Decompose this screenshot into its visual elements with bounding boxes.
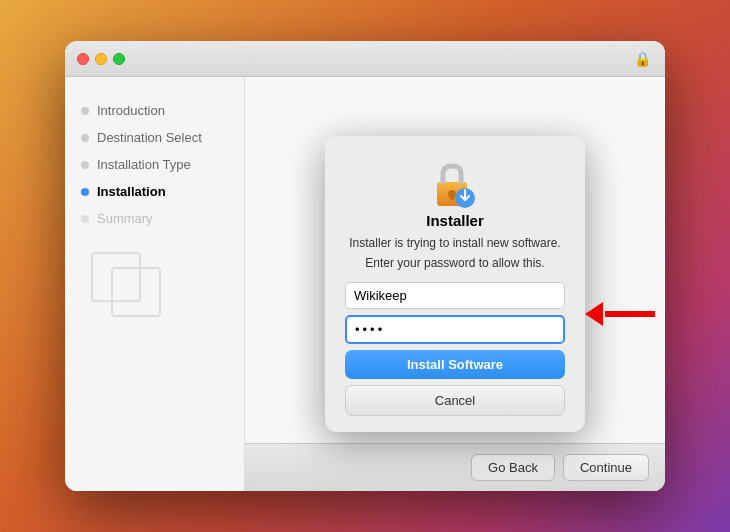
sidebar-item-installation-type: Installation Type: [65, 151, 244, 178]
minimize-button[interactable]: [95, 53, 107, 65]
username-input[interactable]: [345, 282, 565, 309]
deco-box-2: [111, 267, 161, 317]
password-input[interactable]: [345, 315, 565, 344]
arrow-head: [585, 302, 603, 326]
dot-summary: [81, 215, 89, 223]
sidebar-item-destination-select: Destination Select: [65, 124, 244, 151]
mac-window: 🔒 Introduction Destination Select Instal…: [65, 41, 665, 491]
dialog-subdescription: Enter your password to allow this.: [365, 256, 544, 270]
sidebar: Introduction Destination Select Installa…: [65, 77, 245, 491]
arrow-line: [605, 311, 655, 317]
sidebar-decoration: [81, 252, 228, 332]
svg-rect-3: [450, 194, 454, 200]
traffic-lights: [77, 53, 125, 65]
dialog-title: Installer: [426, 212, 484, 229]
modal-overlay: Installer Installer is trying to install…: [245, 77, 665, 491]
red-arrow: [585, 302, 655, 326]
maximize-button[interactable]: [113, 53, 125, 65]
installer-dialog: Installer Installer is trying to install…: [325, 136, 585, 432]
sidebar-item-installation: Installation: [65, 178, 244, 205]
dot-installation-type: [81, 161, 89, 169]
lock-icon: 🔒: [634, 51, 651, 67]
window-content: Introduction Destination Select Installa…: [65, 77, 665, 491]
dialog-description: Installer is trying to install new softw…: [349, 235, 560, 252]
dot-destination: [81, 134, 89, 142]
close-button[interactable]: [77, 53, 89, 65]
dot-installation: [81, 188, 89, 196]
installer-icon: [427, 156, 483, 212]
install-software-button[interactable]: Install Software: [345, 350, 565, 379]
sidebar-item-summary: Summary: [65, 205, 244, 232]
title-bar: 🔒: [65, 41, 665, 77]
sidebar-item-introduction: Introduction: [65, 97, 244, 124]
cancel-button[interactable]: Cancel: [345, 385, 565, 416]
main-content: Installer Installer is trying to install…: [245, 77, 665, 443]
main-area: Installer Installer is trying to install…: [245, 77, 665, 491]
dot-introduction: [81, 107, 89, 115]
